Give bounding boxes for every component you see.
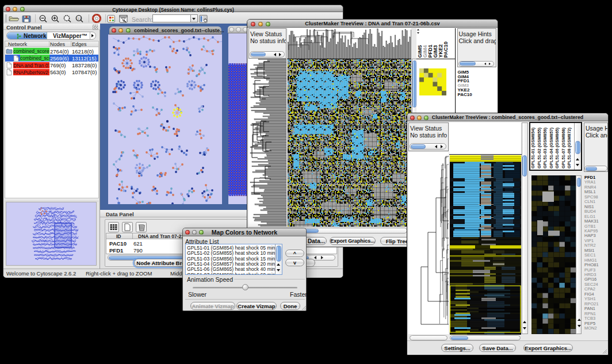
svg-text:GPL51-07 (GSM868): GPL51-07 (GSM868) (561, 127, 566, 168)
svg-text:GPL51-04 (GSM857): GPL51-04 (GSM857) (549, 127, 554, 168)
svg-text:PAC10: PAC10 (443, 41, 449, 58)
svg-text:GPL51-06 (GSM865): GPL51-06 (GSM865) (554, 127, 560, 168)
svg-text:GPL51-03 (GSM856): GPL51-03 (GSM856) (542, 127, 548, 168)
svg-text:GPL51-02 (GSM855): GPL51-02 (GSM855) (537, 127, 542, 168)
svg-text:1:1: 1:1 (78, 17, 82, 20)
svg-text:GPL51-08 (GSM872): GPL51-08 (GSM872) (567, 127, 572, 168)
svg-text:GPL51-01 (GSM854): GPL51-01 (GSM854) (530, 127, 536, 168)
